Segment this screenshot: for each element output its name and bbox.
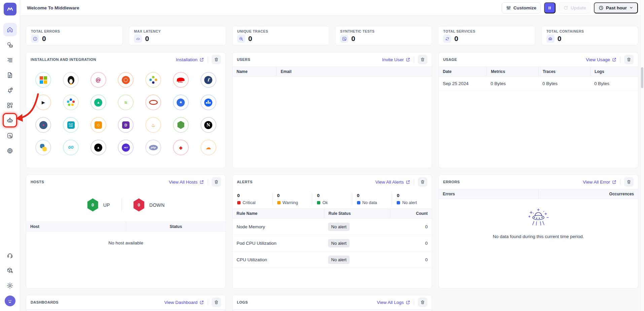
- middleware-logo[interactable]: [4, 3, 16, 15]
- integration-oracle-linux-icon[interactable]: [145, 94, 161, 110]
- sidebar-item-logs[interactable]: [3, 53, 17, 67]
- dashboards-remove-button[interactable]: [212, 298, 221, 307]
- invite-user-link[interactable]: Invite User: [382, 57, 410, 62]
- user-avatar[interactable]: [3, 294, 17, 308]
- integration-nextjs-icon[interactable]: N: [201, 117, 216, 133]
- hosts-empty-text: No host available: [26, 232, 225, 245]
- installation-remove-button[interactable]: [212, 55, 221, 64]
- integration-kubernetes-icon[interactable]: *: [173, 94, 189, 110]
- alert-status-summary: 0Critical0Warning0Ok0No data0No alert: [232, 189, 432, 208]
- integration-windows-icon[interactable]: [35, 72, 51, 88]
- stat-label: TOTAL SERVICES: [443, 29, 530, 33]
- errors-empty-text: No data found during this current time p…: [493, 234, 584, 239]
- alert-rule-row[interactable]: Pod CPU UtilizationNo alert0: [232, 235, 432, 251]
- pause-button[interactable]: [544, 2, 556, 13]
- integration-opensuse-icon[interactable]: ≈: [118, 94, 134, 110]
- integration-golang-icon[interactable]: GO: [63, 140, 79, 155]
- clock-icon: [599, 5, 604, 10]
- alert-status-ok: 0Ok: [312, 193, 352, 205]
- sidebar-item-apm[interactable]: [3, 38, 17, 51]
- trash-icon: [214, 300, 219, 305]
- divider: [208, 299, 208, 305]
- alert-status-critical: 0Critical: [232, 193, 272, 205]
- view-all-errors-link[interactable]: View All Error: [583, 180, 616, 185]
- sidebar-item-support-headset[interactable]: [3, 248, 17, 262]
- integration-python-icon[interactable]: [35, 140, 51, 155]
- integration-almalinux-icon[interactable]: [63, 94, 79, 110]
- view-dashboard-link[interactable]: View Dashboard: [164, 300, 204, 305]
- page-scrollbar-thumb[interactable]: [641, 67, 643, 88]
- stat-card-total-containers: TOTAL CONTAINERS0: [541, 26, 638, 45]
- logs-remove-button[interactable]: [418, 298, 427, 307]
- alerts-table-body: Node MemoryNo alert0Pod CPU UtilizationN…: [232, 219, 432, 268]
- alert-status-no-alert: 0No alert: [392, 193, 432, 205]
- sidebar-item-dashboard-builder[interactable]: [3, 99, 17, 112]
- stat-card-max-latency: MAX LATENCY0: [129, 26, 226, 45]
- integration-centos-icon[interactable]: [145, 72, 161, 88]
- alert-rule-name: Pod CPU Utilization: [232, 241, 324, 246]
- stat-value: 0: [454, 35, 458, 43]
- chevron-down-icon: [629, 6, 633, 10]
- integration-flatcar-icon[interactable]: FLATCAR: [63, 117, 79, 133]
- panel-installation: INSTALLATION AND INTEGRATION Installatio…: [26, 52, 226, 168]
- integration-ubuntu-icon[interactable]: ◯: [118, 72, 134, 88]
- hosts-remove-button[interactable]: [212, 177, 221, 187]
- sidebar-item-sandbox-cube[interactable]: [3, 264, 17, 277]
- integration-php-icon[interactable]: php: [145, 140, 161, 155]
- divider: [620, 56, 620, 63]
- integration-debian-icon[interactable]: @: [91, 72, 106, 88]
- sidebar-item-alerts-bell[interactable]: [3, 83, 17, 97]
- divider: [414, 179, 414, 185]
- view-all-hosts-link[interactable]: View All Hosts: [169, 180, 204, 185]
- alerts-col-count: Count: [390, 209, 432, 218]
- usage-remove-button[interactable]: [624, 55, 634, 64]
- integration-docker-icon[interactable]: [201, 94, 216, 110]
- integration-dotnet-icon[interactable]: .NET: [118, 140, 134, 155]
- gauge-icon: [134, 35, 142, 43]
- integration-linux-tux-icon[interactable]: [63, 72, 79, 88]
- home-icon: [6, 26, 13, 33]
- time-range-dropdown[interactable]: Past hour: [594, 2, 638, 13]
- users-table-header: Name Email: [232, 67, 432, 77]
- sidebar: [0, 0, 20, 311]
- integration-ruby-icon[interactable]: ◆: [173, 140, 189, 155]
- external-link-icon: [406, 57, 410, 62]
- integration-redhat-icon[interactable]: RedHat: [173, 72, 189, 88]
- sidebar-item-home[interactable]: [3, 23, 17, 36]
- customize-button[interactable]: Customize: [502, 2, 541, 13]
- sidebar-item-infra-chip[interactable]: [3, 144, 17, 157]
- integration-fedora-icon[interactable]: f: [201, 72, 216, 88]
- integration-vercel-icon[interactable]: ▲: [91, 140, 106, 155]
- sidebar-item-rum-session[interactable]: [3, 129, 17, 142]
- integration-datadog-icon[interactable]: D: [118, 117, 134, 133]
- integration-cloudflare-icon[interactable]: ☁: [201, 140, 216, 155]
- integration-photon-os-icon[interactable]: ●: [35, 117, 51, 133]
- integration-rocky-linux-icon[interactable]: ▲: [91, 94, 106, 110]
- integration-nodejs-icon[interactable]: [173, 117, 189, 133]
- view-usage-link[interactable]: View Usage: [586, 57, 616, 62]
- sidebar-item-ai-bot[interactable]: [3, 114, 17, 127]
- alert-rule-row[interactable]: Node MemoryNo alert0: [232, 219, 432, 235]
- users-remove-button[interactable]: [418, 55, 427, 64]
- alert-status-count: 0: [237, 193, 267, 198]
- view-all-alerts-link[interactable]: View All Alerts: [375, 180, 410, 185]
- sidebar-item-traces-doc[interactable]: [3, 68, 17, 82]
- alert-rule-row[interactable]: CPU UtilizationNo alert0: [232, 251, 432, 268]
- sidebar-item-settings-gear[interactable]: [3, 279, 17, 292]
- view-all-logs-link[interactable]: View All Logs: [377, 300, 410, 305]
- dashboards-title: DASHBOARDS: [31, 300, 59, 304]
- integration-amazon-ecs-icon[interactable]: ◇: [91, 117, 106, 133]
- errors-remove-button[interactable]: [624, 177, 634, 187]
- panel-usage: USAGE View Usage DateMetricsTracesLogs S…: [438, 52, 638, 168]
- external-link-icon: [612, 180, 616, 184]
- integration-java-icon[interactable]: ♨: [145, 117, 161, 133]
- installation-link[interactable]: Installation: [176, 57, 204, 62]
- page-scrollbar[interactable]: [640, 0, 644, 311]
- hosts-title: HOSTS: [31, 180, 44, 184]
- status-color-swatch: [357, 201, 360, 204]
- alert-rule-count: 0: [390, 257, 432, 262]
- integration-falcon-bird-os-icon[interactable]: ▶: [35, 94, 51, 110]
- alerts-remove-button[interactable]: [418, 177, 427, 187]
- update-button[interactable]: Update: [559, 2, 591, 13]
- stat-card-total-services: TOTAL SERVICES0: [438, 26, 535, 45]
